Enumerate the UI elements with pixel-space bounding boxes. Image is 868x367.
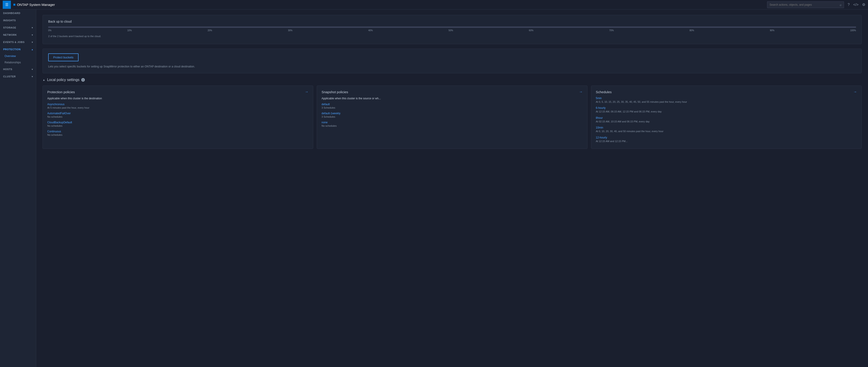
snapshot-policies-link[interactable]: →: [579, 90, 583, 94]
protection-applicable-desc: Applicable when this cluster is the dest…: [47, 97, 308, 100]
schedule-item-8hour: 8hour At 02:15 AM, 10:15 AM and 06:15 PM…: [596, 116, 857, 123]
sidebar: DASHBOARD INSIGHTS STORAGE ▾ NETWORK ▾ E…: [0, 0, 36, 367]
search-box: ⌕: [767, 1, 844, 8]
sidebar-item-insights[interactable]: INSIGHTS: [0, 17, 36, 24]
snapshot-link-default[interactable]: default: [321, 103, 583, 106]
schedule-link-10min[interactable]: 10min: [596, 126, 857, 129]
policy-item-continuous: Continuous No schedules: [47, 130, 308, 136]
progress-bar-fill: [48, 27, 856, 28]
help-icon[interactable]: ?: [848, 3, 850, 7]
schedule-link-5min[interactable]: 5min: [596, 97, 857, 100]
snapshot-policies-header: Snapshot policies →: [321, 90, 583, 94]
schedules-card: Schedules → 5min At 0, 5, 10, 15, 20, 25…: [591, 86, 862, 149]
schedule-link-6hourly[interactable]: 6-hourly: [596, 106, 857, 110]
protection-policies-title: Protection policies: [47, 90, 75, 94]
policy-link-automatedfailover[interactable]: AutomatedFailOver: [47, 112, 308, 115]
protect-buckets-description: Lets you select specific buckets for set…: [48, 64, 856, 68]
snapshot-desc-none: No schedules: [321, 124, 583, 127]
snapshot-item-default: default 3 Schedules: [321, 103, 583, 109]
schedule-link-12hourly[interactable]: 12-hourly: [596, 136, 857, 139]
schedule-desc-6hourly: At 12:15 AM, 06:15 AM, 12:15 PM and 06:1…: [596, 110, 857, 113]
chevron-down-icon: ▾: [32, 27, 33, 29]
protect-buckets-button[interactable]: Protect buckets: [48, 53, 79, 61]
search-icon: ⌕: [840, 3, 841, 6]
schedule-desc-5min: At 0, 5, 10, 15, 20, 25, 30, 35, 40, 45,…: [596, 100, 857, 103]
chevron-down-icon: ▾: [32, 34, 33, 36]
sidebar-item-dashboard[interactable]: DASHBOARD: [0, 9, 36, 17]
snapshot-link-default1weekly[interactable]: default-1weekly: [321, 112, 583, 115]
search-input[interactable]: [770, 3, 838, 6]
app-title: ONTAP System Manager: [17, 3, 55, 6]
snapshot-policies-title: Snapshot policies: [321, 90, 348, 94]
snapshot-item-default1weekly: default-1weekly 3 Schedules: [321, 112, 583, 118]
progress-bar-container: 0% 10% 20% 30% 40% 50% 60% 70% 80% 90% 1…: [48, 27, 856, 32]
sidebar-item-protection[interactable]: PROTECTION ▴: [0, 46, 36, 53]
policy-desc-asynchronous: At 5 minutes past the hour, every hour: [47, 106, 308, 109]
progress-labels: 0% 10% 20% 30% 40% 50% 60% 70% 80% 90% 1…: [48, 29, 856, 32]
protection-policies-header: Protection policies →: [47, 90, 308, 94]
local-policy-header: ▲ Local policy settings i: [42, 78, 862, 82]
local-policy-section: ▲ Local policy settings i Protection pol…: [42, 78, 862, 149]
schedule-desc-8hour: At 02:15 AM, 10:15 AM and 06:15 PM, ever…: [596, 120, 857, 123]
policy-item-cloudbackupdefault: CloudBackupDefault No schedules: [47, 121, 308, 127]
policy-item-automatedfailover: AutomatedFailOver No schedules: [47, 112, 308, 118]
chevron-down-icon: ▾: [32, 41, 33, 43]
snapshot-applicable-desc: Applicable when this cluster is the sour…: [321, 97, 583, 100]
policy-link-cloudbackupdefault[interactable]: CloudBackupDefault: [47, 121, 308, 124]
snapshot-desc-default: 3 Schedules: [321, 106, 583, 109]
chevron-down-icon: ▾: [32, 75, 33, 78]
sidebar-item-hosts[interactable]: HOSTS ▾: [0, 66, 36, 73]
schedules-header: Schedules →: [596, 90, 857, 94]
top-nav: ☰ ■ ONTAP System Manager ⌕ ? </> ⚙: [0, 0, 868, 9]
chevron-up-icon: ▴: [32, 48, 33, 51]
progress-bar-track: [48, 27, 856, 28]
snapshot-link-none[interactable]: none: [321, 121, 583, 124]
policy-link-continuous[interactable]: Continuous: [47, 130, 308, 133]
snapshot-policies-card: Snapshot policies → Applicable when this…: [317, 86, 587, 149]
top-nav-actions: ? </> ⚙: [848, 2, 865, 7]
schedule-item-6hourly: 6-hourly At 12:15 AM, 06:15 AM, 12:15 PM…: [596, 106, 857, 113]
protection-policies-card: Protection policies → Applicable when th…: [42, 86, 313, 149]
menu-button[interactable]: ☰: [3, 1, 11, 9]
protect-buckets-section: Protect buckets Lets you select specific…: [42, 49, 862, 73]
progress-note: 2 of the 2 buckets aren't backed up to t…: [48, 35, 856, 37]
policy-link-asynchronous[interactable]: Asynchronous: [47, 103, 308, 106]
policy-cards-grid: Protection policies → Applicable when th…: [42, 86, 862, 149]
snapshot-desc-default1weekly: 3 Schedules: [321, 115, 583, 118]
policy-desc-cloudbackupdefault: No schedules: [47, 124, 308, 127]
policy-desc-continuous: No schedules: [47, 133, 308, 136]
local-policy-title: Local policy settings: [47, 78, 80, 82]
policy-desc-automatedfailover: No schedules: [47, 115, 308, 118]
sidebar-item-storage[interactable]: STORAGE ▾: [0, 24, 36, 31]
chevron-down-icon: ▾: [32, 68, 33, 70]
sidebar-subitem-relationships[interactable]: Relationships: [0, 59, 36, 66]
code-icon[interactable]: </>: [853, 3, 859, 7]
protection-policies-link[interactable]: →: [305, 90, 308, 94]
schedule-item-10min: 10min At 0, 10, 20, 30, 40, and 50 minut…: [596, 126, 857, 133]
collapse-button[interactable]: ▲: [42, 78, 45, 82]
info-icon[interactable]: i: [81, 78, 85, 82]
app-logo: ■ ONTAP System Manager: [13, 2, 55, 7]
backup-cloud-section: Back up to cloud 0% 10% 20% 30% 40% 50% …: [42, 15, 862, 44]
settings-icon[interactable]: ⚙: [862, 2, 865, 7]
schedule-desc-10min: At 0, 10, 20, 30, 40, and 50 minutes pas…: [596, 130, 857, 133]
main-content: Back up to cloud 0% 10% 20% 30% 40% 50% …: [36, 0, 868, 367]
sidebar-item-events-jobs[interactable]: EVENTS & JOBS ▾: [0, 38, 36, 46]
schedules-link[interactable]: →: [853, 90, 857, 94]
sidebar-item-network[interactable]: NETWORK ▾: [0, 31, 36, 38]
schedule-link-8hour[interactable]: 8hour: [596, 116, 857, 119]
schedule-item-5min: 5min At 0, 5, 10, 15, 20, 25, 30, 35, 40…: [596, 97, 857, 103]
sidebar-subitem-overview[interactable]: Overview: [0, 53, 36, 59]
collapse-icon: ▲: [42, 78, 45, 82]
policy-item-asynchronous: Asynchronous At 5 minutes past the hour,…: [47, 103, 308, 109]
sidebar-item-cluster[interactable]: CLUSTER ▾: [0, 73, 36, 80]
backup-cloud-title: Back up to cloud: [48, 20, 856, 23]
netapp-icon: ■: [13, 2, 16, 7]
snapshot-item-none: none No schedules: [321, 121, 583, 127]
schedule-item-12hourly: 12-hourly At 12:15 AM and 12:15 PM...: [596, 136, 857, 143]
schedule-desc-12hourly: At 12:15 AM and 12:15 PM...: [596, 140, 857, 143]
schedules-title: Schedules: [596, 90, 612, 94]
